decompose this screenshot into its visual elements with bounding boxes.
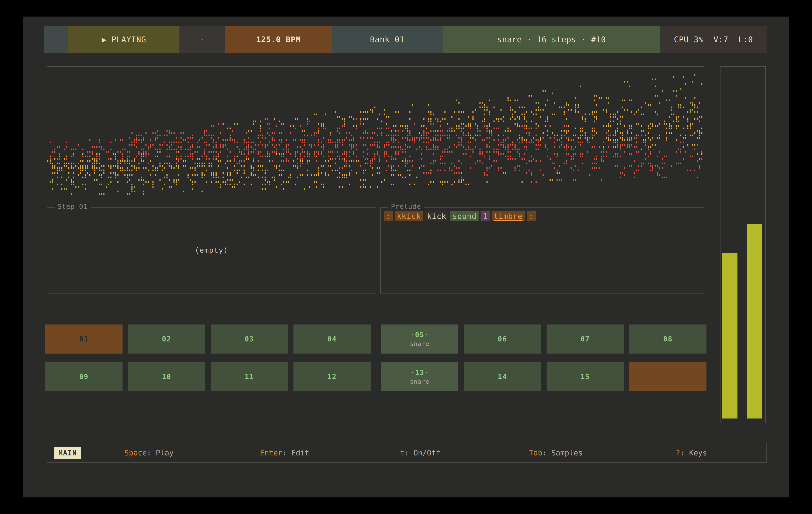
key-hint-tab: Tab: Samples (488, 449, 624, 457)
step-button-12[interactable]: 12 (293, 362, 371, 391)
bpm-display[interactable]: 125.0 BPM (225, 26, 332, 53)
step-button-label: 14 (498, 373, 507, 381)
step-button-11[interactable]: 11 (211, 362, 288, 391)
step-detail-panel: Step 01 (empty) (47, 207, 376, 294)
step-button-06[interactable]: 06 (464, 325, 541, 354)
step-button-label: 07 (581, 335, 590, 343)
transport-spacer (44, 26, 68, 53)
step-button-label: 15 (581, 373, 590, 381)
key-hint-t: t: On/Off (352, 449, 488, 457)
key-hint-space: Space: Play (81, 449, 217, 457)
grain-scatter-canvas (47, 67, 704, 199)
step-button-10[interactable]: 10 (128, 362, 205, 391)
step-button-13[interactable]: ·13·snare (381, 362, 459, 391)
step-button-sample-label: snare (410, 340, 429, 347)
grain-scatter-panel (47, 66, 704, 199)
step-grid: 01020304·05·snare06070809101112·13·snare… (45, 325, 706, 400)
step-row-2: 09101112·13·snare1415 (45, 362, 706, 391)
step-button-07[interactable]: 07 (547, 325, 624, 354)
step-button-label: 06 (498, 335, 507, 343)
step-button-16[interactable] (629, 362, 706, 391)
prelude-code-line: :kkickkicksound1timbre: (384, 211, 536, 221)
step-empty-label: (empty) (47, 208, 376, 293)
mode-badge: MAIN (54, 447, 81, 459)
system-stats: CPU 3% V:7 L:0 (660, 26, 766, 53)
step-button-03[interactable]: 03 (211, 325, 288, 354)
step-button-label: 04 (327, 335, 337, 343)
step-button-label: 08 (663, 335, 672, 343)
key-hint-help: ?: Keys (624, 449, 759, 457)
step-row-1: 01020304·05·snare060708 (45, 325, 706, 354)
step-button-label: ·05· (410, 331, 429, 339)
meter-bar-left (722, 253, 737, 419)
step-button-label: 02 (162, 335, 171, 343)
pattern-dot: · (179, 26, 225, 53)
sequencer-window: ▶ PLAYING·125.0 BPMBank 01snare · 16 ste… (23, 17, 789, 497)
step-button-14[interactable]: 14 (464, 362, 541, 391)
step-button-04[interactable]: 04 (293, 325, 371, 354)
meter-bar-right (747, 224, 762, 419)
step-button-label: 03 (244, 335, 254, 343)
step-button-09[interactable]: 09 (45, 362, 122, 391)
prelude-token-2: kick (425, 211, 448, 221)
step-button-label: 12 (327, 373, 337, 381)
screen: ▶ PLAYING·125.0 BPMBank 01snare · 16 ste… (0, 0, 812, 514)
step-button-08[interactable]: 08 (629, 325, 706, 354)
prelude-token-4: 1 (481, 211, 490, 221)
step-button-label: 01 (79, 335, 89, 343)
prelude-token-5: timbre (492, 211, 525, 221)
step-button-label: ·13· (410, 368, 429, 377)
prelude-panel-title: Prelude (388, 203, 424, 211)
step-button-05[interactable]: ·05·snare (381, 325, 459, 354)
prelude-token-0: : (384, 211, 393, 221)
key-hint-enter: Enter: Edit (217, 449, 352, 457)
output-meter-panel (720, 66, 766, 423)
step-button-15[interactable]: 15 (547, 362, 624, 391)
bank-display[interactable]: Bank 01 (332, 26, 443, 53)
step-button-label: 10 (162, 373, 171, 381)
step-button-label: 11 (244, 373, 254, 381)
prelude-token-1: kkick (395, 211, 423, 221)
step-button-01[interactable]: 01 (45, 325, 122, 354)
step-button-sample-label: snare (410, 378, 429, 385)
prelude-panel[interactable]: Prelude :kkickkicksound1timbre: (380, 207, 704, 294)
prelude-token-6: : (527, 211, 536, 221)
step-button-label: 09 (79, 373, 89, 381)
prelude-token-3: sound (451, 211, 478, 221)
track-info[interactable]: snare · 16 steps · #10 (443, 26, 660, 53)
step-button-02[interactable]: 02 (128, 325, 205, 354)
status-bar: ▶ PLAYING·125.0 BPMBank 01snare · 16 ste… (44, 26, 766, 53)
footer-bar: MAIN Space: PlayEnter: Editt: On/OffTab:… (47, 443, 766, 463)
transport-status[interactable]: ▶ PLAYING (68, 26, 179, 53)
